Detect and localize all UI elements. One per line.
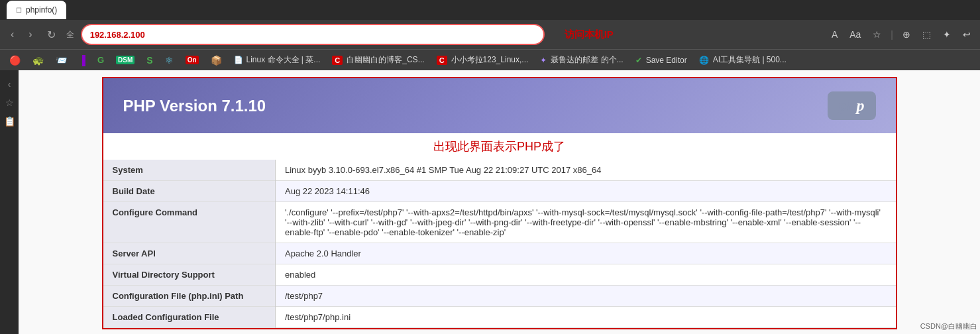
bookmark-item-9[interactable]: On [180, 54, 204, 66]
sidebar-icon-3[interactable]: 📋 [2, 114, 17, 129]
php-logo: php [828, 91, 875, 120]
reload-button[interactable]: ↻ [43, 26, 60, 44]
bookmark-item-15[interactable]: ✔ Save Editor [630, 54, 692, 67]
table-cell-value: Linux byyb 3.10.0-693.el7.x86_64 #1 SMP … [276, 160, 896, 181]
phpinfo-annotation: 出现此界面表示PHP成了 [103, 133, 896, 160]
sidebar-icon-1[interactable]: ‹ [6, 77, 13, 91]
extension-icon[interactable]: ⊕ [900, 27, 913, 42]
bm11-icon: 📄 [234, 56, 243, 64]
bookmark-item-13[interactable]: C 小小考拉123_Linux,... [431, 52, 534, 68]
browser-chrome: ☐ phpinfo() [0, 0, 980, 20]
address-bar-row: ‹ › ↻ 全 192.168.2.100 访问本机IP A Aa ☆ | ⊕ … [0, 20, 980, 49]
bm5-icon: G [97, 55, 104, 65]
bm9-icon: On [186, 56, 199, 64]
bookmark-item-1[interactable]: 🔴 [4, 53, 26, 68]
bm11-label: Linux 命令大全 | 菜... [246, 54, 321, 66]
main-layout: ‹ ☆ 📋 PHP Version 7.1.10 php 出现此界面表示PHP成… [0, 70, 980, 334]
bookmark-item-6[interactable]: DSM [111, 54, 140, 66]
bookmark-item-10[interactable]: 📦 [205, 53, 227, 68]
phpinfo-table: SystemLinux byyb 3.10.0-693.el7.x86_64 #… [103, 160, 896, 328]
phpinfo-wrapper: PHP Version 7.1.10 php 出现此界面表示PHP成了 Syst… [102, 77, 897, 329]
table-cell-key: Configuration File (php.ini) Path [103, 286, 276, 307]
bm16-label: AI工具集导航 | 500... [713, 54, 787, 66]
table-row: Server APIApache 2.0 Handler [103, 243, 896, 264]
content-area: PHP Version 7.1.10 php 出现此界面表示PHP成了 Syst… [19, 70, 980, 334]
bm4-icon: ▐ [79, 55, 85, 66]
read-mode-icon[interactable]: A [829, 27, 840, 42]
bookmark-item-4[interactable]: ▐ [74, 53, 91, 68]
toolbar-right: A Aa ☆ | ⊕ ⬚ ✦ ↩ [829, 27, 973, 42]
bm3-icon: 📨 [56, 55, 67, 66]
bookmark-item-5[interactable]: G [92, 53, 109, 67]
address-prefix: 全 [66, 29, 74, 40]
translate-icon[interactable]: Aa [847, 27, 863, 42]
tab-label: phpinfo() [26, 5, 57, 15]
bookmark-item-8[interactable]: ⚛ [160, 53, 179, 68]
table-cell-value: enabled [276, 264, 896, 286]
table-cell-value: './configure' '--prefix=/test/php7' '--w… [276, 202, 896, 243]
address-annotation: 访问本机IP [565, 28, 614, 41]
back-button[interactable]: ‹ [7, 26, 18, 43]
split-view-icon[interactable]: ⬚ [920, 27, 934, 42]
table-cell-key: Loaded Configuration File [103, 307, 276, 328]
table-cell-key: Build Date [103, 181, 276, 202]
forward-button[interactable]: › [25, 26, 36, 43]
history-icon[interactable]: ↩ [960, 27, 973, 42]
url-text: 192.168.2.100 [90, 30, 145, 40]
bm6-icon: DSM [116, 56, 135, 64]
table-row: Virtual Directory Supportenabled [103, 264, 896, 286]
bm10-icon: 📦 [211, 55, 222, 66]
address-bar[interactable]: 192.168.2.100 [81, 24, 545, 45]
favorite-icon[interactable]: ☆ [870, 27, 884, 42]
bm13-icon: C [437, 56, 447, 65]
bm12-icon: C [332, 56, 343, 65]
table-cell-value: Apache 2.0 Handler [276, 243, 896, 264]
php-header: PHP Version 7.1.10 php [103, 78, 896, 133]
bookmark-item-3[interactable]: 📨 [50, 53, 72, 68]
bookmark-item-12[interactable]: C 白幽幽白的博客_CS... [327, 52, 429, 68]
bm15-icon: ✔ [635, 56, 642, 65]
bookmark-item-7[interactable]: S [141, 53, 158, 68]
table-cell-key: System [103, 160, 276, 181]
collections-icon[interactable]: ✦ [940, 27, 953, 42]
table-cell-value: /test/php7/php.ini [276, 307, 896, 328]
bm14-icon: ✦ [540, 56, 547, 65]
table-row: SystemLinux byyb 3.10.0-693.el7.x86_64 #… [103, 160, 896, 181]
bookmark-item-16[interactable]: 🌐 AI工具集导航 | 500... [694, 52, 792, 68]
table-cell-value: /test/php7 [276, 286, 896, 307]
php-logo-text: php [838, 97, 865, 114]
bm16-icon: 🌐 [699, 56, 709, 65]
table-cell-key: Virtual Directory Support [103, 264, 276, 286]
sidebar-left: ‹ ☆ 📋 [0, 70, 19, 334]
bm12-label: 白幽幽白的博客_CS... [347, 54, 424, 66]
table-cell-key: Server API [103, 243, 276, 264]
bookmark-item-2[interactable]: 🐢 [27, 53, 49, 68]
bm14-label: 聂鲁达的邮差 的个... [551, 54, 623, 66]
table-row: Configuration File (php.ini) Path/test/p… [103, 286, 896, 307]
bm2-icon: 🐢 [32, 55, 44, 66]
bm8-icon: ⚛ [165, 55, 174, 66]
browser-tab[interactable]: ☐ phpinfo() [7, 1, 66, 19]
sidebar-icon-2[interactable]: ☆ [3, 95, 16, 110]
table-row: Loaded Configuration File/test/php7/php.… [103, 307, 896, 328]
tab-favicon: ☐ [16, 7, 22, 14]
bookmarks-bar: 🔴 🐢 📨 ▐ G DSM S ⚛ On 📦 📄 Linux 命令大全 | 菜.… [0, 49, 980, 70]
bm13-label: 小小考拉123_Linux,... [451, 54, 529, 66]
bm7-icon: S [146, 55, 152, 66]
php-version: PHP Version 7.1.10 [123, 97, 266, 115]
bookmark-item-11[interactable]: 📄 Linux 命令大全 | 菜... [229, 52, 326, 68]
table-row: Build DateAug 22 2023 14:11:46 [103, 181, 896, 202]
bm15-label: Save Editor [646, 56, 687, 65]
table-cell-key: Configure Command [103, 202, 276, 243]
table-row: Configure Command'./configure' '--prefix… [103, 202, 896, 243]
watermark: CSDN@白幽幽白 [920, 321, 977, 331]
bookmark-item-14[interactable]: ✦ 聂鲁达的邮差 的个... [535, 52, 628, 68]
table-cell-value: Aug 22 2023 14:11:46 [276, 181, 896, 202]
bm1-icon: 🔴 [9, 55, 21, 66]
